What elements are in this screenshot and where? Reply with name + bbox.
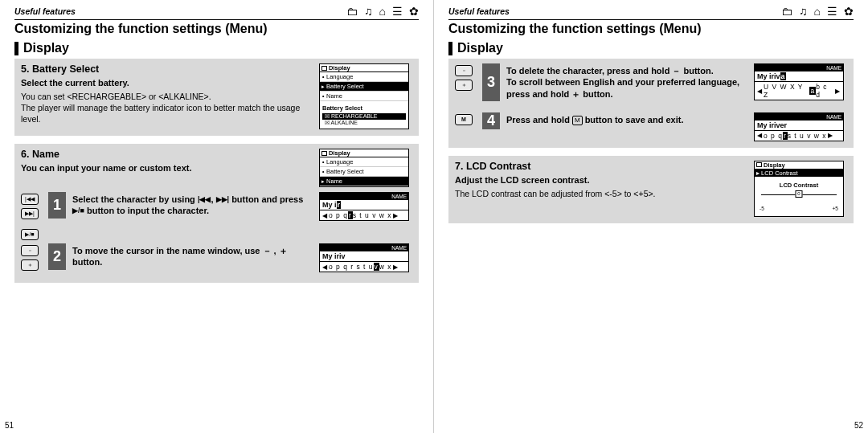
step4-lcd: NAME My iriver ◀ o p q r s t u v w x ▶ bbox=[754, 112, 844, 141]
step-text: Select the character by using |◀◀, ▶▶| b… bbox=[72, 192, 313, 219]
battery-body2: The player will manage the battery indic… bbox=[21, 102, 311, 125]
right-arrow-icon: ▶ bbox=[828, 132, 833, 139]
next-button[interactable]: ▶▶| bbox=[21, 208, 39, 219]
text: button and press bbox=[229, 194, 303, 204]
section-lcd-contrast: 7. LCD Contrast Adjust the LCD screen co… bbox=[448, 156, 854, 223]
plus-button[interactable]: ＋ bbox=[455, 80, 473, 91]
step-number: 3 bbox=[482, 63, 500, 101]
hl-char: a bbox=[809, 87, 816, 95]
step2-lcd: NAME My iriv ◀ o p q r s t u v w x ▶ bbox=[319, 243, 409, 272]
contrast-subtitle: Adjust the LCD screen contrast. bbox=[455, 175, 746, 185]
left-arrow-icon: ◀ bbox=[757, 88, 763, 95]
text: button. bbox=[681, 66, 713, 76]
text: Select the character by using bbox=[72, 194, 198, 204]
text: button to save and exit. bbox=[583, 115, 684, 125]
left-arrow-icon: ◀ bbox=[322, 212, 328, 219]
gear-icon: ✿ bbox=[409, 5, 419, 18]
home-icon: ⌂ bbox=[814, 5, 821, 18]
folder-icon: 🗀 bbox=[781, 5, 792, 18]
text: Press and hold bbox=[506, 115, 572, 125]
gear-icon: ✿ bbox=[844, 5, 854, 18]
battery-subtitle: Select the current battery. bbox=[21, 78, 311, 88]
heading-text: Display bbox=[457, 41, 503, 55]
heading-bar bbox=[448, 42, 452, 55]
text: button to input the character. bbox=[84, 206, 209, 215]
contrast-body: The LCD contrast can be adjusted from <-… bbox=[455, 188, 746, 199]
lcd-label: NAME bbox=[320, 193, 408, 200]
step-3: 3 To delete the character, press and hol… bbox=[482, 63, 747, 101]
text: To delete the character, press and hold bbox=[506, 66, 672, 76]
prev-icon: |◀◀ bbox=[198, 195, 211, 203]
list-icon: ☰ bbox=[392, 5, 403, 18]
name-title: 6. Name bbox=[21, 149, 311, 160]
music-icon: ♫ bbox=[799, 5, 808, 18]
page-title: Customizing the function settings (Menu) bbox=[14, 22, 419, 36]
minus-button[interactable]: － bbox=[21, 245, 39, 256]
page-left: Useful features 🗀 ♫ ⌂ ☰ ✿ Customizing th… bbox=[0, 0, 434, 433]
value: My iriver bbox=[757, 121, 787, 129]
m-button[interactable]: M bbox=[455, 114, 473, 125]
lcd-label: NAME bbox=[755, 64, 843, 71]
section-name-cont: － ＋ 3 To delete the character, press and… bbox=[448, 59, 854, 148]
lcd-header: Display bbox=[329, 149, 350, 157]
left-arrow-icon: ◀ bbox=[322, 263, 328, 271]
lcd-header: Display bbox=[329, 64, 350, 71]
breadcrumb: Useful features bbox=[14, 6, 76, 16]
lcd-label: NAME bbox=[320, 244, 408, 251]
cursor: r bbox=[337, 201, 342, 209]
step-4: 4 Press and hold M button to save and ex… bbox=[482, 112, 747, 129]
lcd-item: Battery Select bbox=[326, 82, 364, 91]
prev-button[interactable]: |◀◀ bbox=[21, 194, 39, 205]
cursor: a bbox=[780, 72, 786, 80]
lcd-item: Language bbox=[326, 157, 353, 166]
name-subtitle: You can input your name or custom text. bbox=[21, 163, 311, 173]
step-2: 2 To move the cursor in the name window,… bbox=[48, 243, 313, 270]
lcd-item: Name bbox=[326, 177, 342, 186]
value-prefix: My iriv bbox=[322, 252, 346, 260]
heading-bar bbox=[14, 42, 18, 55]
step3-lcd: NAME My iriva ◀ U V W X Y Z a b c d ▶ bbox=[754, 63, 844, 100]
battery-lcd: Display ∘Language ▸Battery Select ∘Name … bbox=[319, 63, 409, 129]
display-icon bbox=[756, 162, 762, 167]
step-text: To move the cursor in the name window, u… bbox=[72, 243, 313, 270]
section-heading: Display bbox=[448, 41, 854, 55]
battery-body1: You can set <RECHARGEABLE> or <ALKALINE>… bbox=[21, 91, 311, 102]
text: To scroll between English and your prefe… bbox=[506, 77, 739, 98]
gauge-min: -5 bbox=[760, 206, 764, 211]
contrast-lcd: Display ▸ LCD Contrast LCD Contrast 0 -5 bbox=[754, 161, 844, 217]
page-title: Customizing the function settings (Menu) bbox=[448, 22, 854, 36]
section-heading: Display bbox=[14, 41, 419, 55]
hl-char: v bbox=[374, 263, 379, 271]
top-bar: Useful features 🗀 ♫ ⌂ ☰ ✿ bbox=[14, 5, 419, 20]
lcd-item: Language bbox=[326, 72, 353, 81]
playstop-button[interactable]: ▶/■ bbox=[21, 229, 39, 240]
section-name: 6. Name You can input your name or custo… bbox=[14, 144, 419, 283]
lcd-label: NAME bbox=[755, 113, 843, 121]
lcd-header: Display bbox=[764, 161, 785, 169]
battery-title: 5. Battery Select bbox=[21, 63, 311, 75]
folder-icon: 🗀 bbox=[346, 5, 358, 18]
lcd-sub-item: RECHARGEABLE bbox=[331, 113, 378, 119]
plus-button[interactable]: ＋ bbox=[21, 259, 39, 271]
step-1: 1 Select the character by using |◀◀, ▶▶|… bbox=[48, 192, 313, 219]
minus-symbol: － bbox=[672, 66, 681, 76]
display-icon bbox=[321, 66, 327, 71]
playstop-icon: ▶/■ bbox=[72, 207, 84, 215]
m-key: M bbox=[572, 116, 583, 125]
step1-row: |◀◀ ▶▶| ▶/■ 1 Select the character by us… bbox=[21, 192, 412, 240]
page-right: Useful features 🗀 ♫ ⌂ ☰ ✿ Customizing th… bbox=[434, 0, 868, 433]
top-icons: 🗀 ♫ ⌂ ☰ ✿ bbox=[346, 5, 419, 18]
value-prefix: My i bbox=[322, 201, 337, 209]
page-number: 52 bbox=[854, 421, 863, 430]
heading-text: Display bbox=[23, 41, 69, 55]
right-arrow-icon: ▶ bbox=[393, 263, 399, 271]
text: To move the cursor in the name window, u… bbox=[72, 246, 263, 255]
name-lcd: Display ∘Language ∘Battery Select ▸Name bbox=[319, 149, 409, 187]
step3-row: － ＋ 3 To delete the character, press and… bbox=[455, 63, 847, 108]
step-number: 2 bbox=[48, 243, 66, 270]
display-icon bbox=[321, 151, 327, 156]
step-text: To delete the character, press and hold … bbox=[506, 63, 747, 101]
top-icons: 🗀 ♫ ⌂ ☰ ✿ bbox=[781, 5, 854, 18]
minus-button[interactable]: － bbox=[455, 65, 473, 76]
step1-lcd: NAME My ir ◀ o p q r s t u v w x ▶ bbox=[319, 192, 409, 221]
